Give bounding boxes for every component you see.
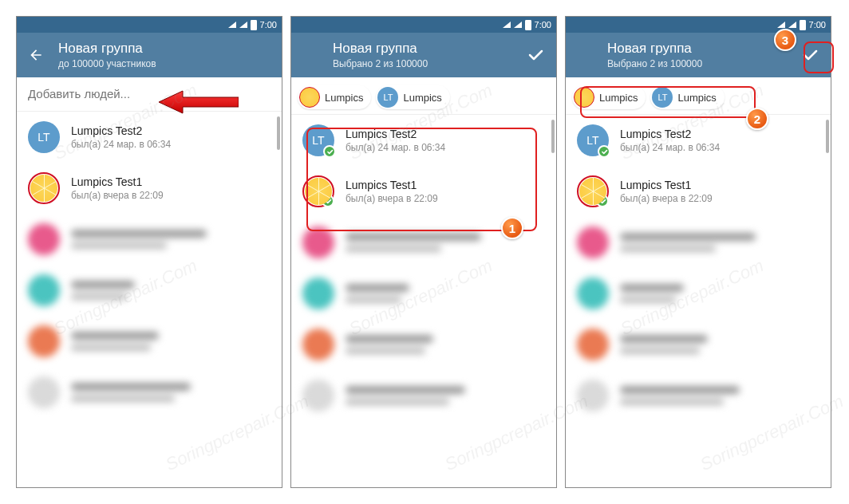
- contact-item-blurred[interactable]: [566, 268, 831, 319]
- step-badge-1: 1: [501, 217, 523, 239]
- confirm-check-icon[interactable]: [800, 45, 819, 65]
- header-title: Новая группа: [607, 41, 800, 57]
- header-subtitle: до 100000 участников: [58, 58, 270, 69]
- contact-item-blurred[interactable]: [291, 319, 556, 370]
- step-badge-2: 2: [746, 108, 768, 130]
- contact-name: Lumpics Test1: [620, 179, 819, 191]
- contact-item-blurred[interactable]: [17, 214, 282, 265]
- contact-item-blurred[interactable]: [566, 319, 831, 370]
- battery-icon: [251, 20, 257, 30]
- wifi-icon: [228, 22, 236, 28]
- contact-name: Lumpics Test2: [346, 128, 545, 140]
- avatar-citrus-icon: [28, 172, 60, 204]
- contact-item[interactable]: LTLumpics Test2был(а) 24 мар. в 06:34: [566, 115, 831, 166]
- avatar-blurred: [577, 380, 609, 411]
- avatar-blurred: [577, 226, 609, 258]
- contact-name: Lumpics Test2: [620, 128, 819, 140]
- avatar-blurred: [302, 226, 334, 258]
- battery-icon: [525, 20, 531, 30]
- avatar-blurred: [28, 376, 60, 408]
- chip-label: Lumpics: [403, 92, 441, 104]
- contact-status: был(а) 24 мар. в 06:34: [346, 142, 545, 153]
- selected-chips-row: LumpicsLTLumpics: [291, 77, 556, 115]
- avatar-initials: LT: [28, 121, 60, 153]
- selected-chips-row: LumpicsLTLumpics: [566, 77, 831, 115]
- phone-screen: 7:00Новая группадо 100000 участниковLTLu…: [16, 16, 282, 488]
- contact-list[interactable]: LTLumpics Test2был(а) 24 мар. в 06:34Lum…: [291, 115, 556, 487]
- search-container: [17, 77, 282, 112]
- avatar-initials: LT: [302, 124, 334, 156]
- status-bar: 7:00: [17, 17, 282, 33]
- contact-status: был(а) вчера в 22:09: [346, 193, 545, 204]
- avatar-blurred: [302, 329, 334, 360]
- selected-check-icon: [598, 145, 610, 158]
- annotation-arrow: [159, 89, 239, 118]
- header-title: Новая группа: [58, 41, 270, 57]
- clock: 7:00: [535, 20, 551, 30]
- contact-item[interactable]: Lumpics Test1был(а) вчера в 22:09: [291, 166, 556, 217]
- contact-item-blurred[interactable]: [566, 370, 831, 421]
- phone-screen: 7:00Новая группаВыбрано 2 из 100000Lumpi…: [290, 16, 557, 488]
- contact-item-blurred[interactable]: [566, 217, 831, 268]
- contact-item-blurred[interactable]: [17, 265, 282, 316]
- header-subtitle: Выбрано 2 из 100000: [333, 58, 526, 69]
- contact-item-blurred[interactable]: [17, 316, 282, 367]
- contact-name: Lumpics Test1: [71, 175, 270, 188]
- chip-label: Lumpics: [325, 92, 363, 104]
- back-arrow-icon[interactable]: [28, 47, 44, 63]
- contact-name: Lumpics Test1: [346, 179, 545, 191]
- avatar-citrus-icon: [577, 175, 609, 207]
- svg-marker-0: [159, 91, 239, 113]
- chip-avatar-initials: LT: [377, 87, 398, 108]
- contact-item[interactable]: LTLumpics Test2был(а) 24 мар. в 06:34: [291, 115, 556, 166]
- avatar-blurred: [577, 329, 609, 360]
- avatar-initials: LT: [577, 124, 609, 156]
- contact-item[interactable]: LTLumpics Test2был(а) 24 мар. в 06:34: [17, 112, 282, 163]
- contact-chip[interactable]: LTLumpics: [376, 85, 449, 109]
- avatar-blurred: [28, 325, 60, 357]
- clock: 7:00: [260, 20, 277, 30]
- contact-item[interactable]: Lumpics Test1был(а) вчера в 22:09: [566, 166, 831, 217]
- chip-avatar-initials: LT: [652, 87, 673, 108]
- app-header: Новая группаВыбрано 2 из 100000: [291, 33, 556, 77]
- contact-chip[interactable]: LTLumpics: [650, 85, 724, 109]
- contact-item-blurred[interactable]: [291, 268, 556, 319]
- chip-avatar-citrus-icon: [299, 87, 320, 108]
- contact-status: был(а) вчера в 22:09: [620, 193, 819, 204]
- signal-icon: [239, 22, 247, 28]
- header-subtitle: Выбрано 2 из 100000: [607, 58, 800, 69]
- wifi-icon: [503, 22, 511, 28]
- avatar-blurred: [302, 380, 334, 411]
- step-badge-3: 3: [774, 29, 796, 51]
- chip-avatar-citrus-icon: [574, 87, 594, 108]
- clock: 7:00: [809, 20, 826, 30]
- chip-label: Lumpics: [599, 92, 638, 104]
- contact-status: был(а) 24 мар. в 06:34: [71, 139, 270, 150]
- contact-item[interactable]: Lumpics Test1был(а) вчера в 22:09: [17, 163, 282, 214]
- selected-check-icon: [323, 145, 336, 158]
- signal-icon: [788, 22, 796, 28]
- contact-list[interactable]: LTLumpics Test2был(а) 24 мар. в 06:34Lum…: [566, 115, 831, 487]
- contact-chip[interactable]: Lumpics: [572, 85, 646, 109]
- contact-item-blurred[interactable]: [291, 370, 556, 421]
- contact-chip[interactable]: Lumpics: [298, 85, 371, 109]
- confirm-check-icon[interactable]: [526, 45, 545, 65]
- scrollbar-thumb[interactable]: [826, 120, 829, 153]
- contact-list[interactable]: LTLumpics Test2был(а) 24 мар. в 06:34Lum…: [17, 112, 282, 487]
- avatar-blurred: [577, 278, 609, 309]
- status-bar: 7:00: [291, 17, 556, 33]
- chip-label: Lumpics: [677, 92, 716, 104]
- contact-item-blurred[interactable]: [17, 367, 282, 418]
- header-title: Новая группа: [333, 41, 526, 57]
- signal-icon: [514, 22, 522, 28]
- contact-status: был(а) вчера в 22:09: [71, 190, 270, 201]
- contact-name: Lumpics Test2: [71, 124, 270, 137]
- scrollbar-thumb[interactable]: [551, 120, 555, 153]
- avatar-citrus-icon: [302, 175, 334, 207]
- wifi-icon: [777, 22, 785, 28]
- phone-screen: 7:00Новая группаВыбрано 2 из 100000Lumpi…: [565, 16, 831, 488]
- contact-status: был(а) 24 мар. в 06:34: [620, 142, 819, 153]
- avatar-blurred: [28, 274, 60, 306]
- avatar-blurred: [302, 278, 334, 309]
- scrollbar-thumb[interactable]: [277, 116, 280, 150]
